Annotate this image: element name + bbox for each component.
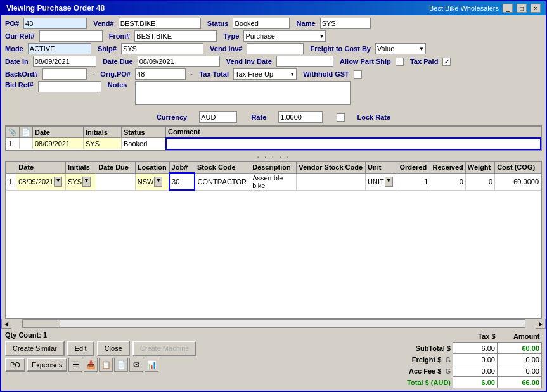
line-initials[interactable]: SYS ▼ xyxy=(65,173,96,190)
currency-row: Currency Rate Lock Rate xyxy=(1,110,546,124)
close-button[interactable]: Close xyxy=(97,341,130,356)
name-field[interactable] xyxy=(320,18,371,29)
status-field[interactable] xyxy=(233,18,290,29)
date-due-field[interactable] xyxy=(138,56,220,67)
bottom-left: Qty Count: 1 Create Similar Edit Close C… xyxy=(5,331,196,372)
line-unit[interactable]: UNIT ▼ xyxy=(366,173,397,190)
line-location[interactable]: NSW ▼ xyxy=(135,173,169,190)
backord-label: BackOrd# xyxy=(5,70,38,78)
scroll-left-button[interactable]: ◀ xyxy=(1,319,11,329)
line-desc[interactable]: Assemble bike xyxy=(250,173,297,190)
line-cost[interactable]: 60.0000 xyxy=(495,173,541,190)
scroll-track[interactable] xyxy=(22,319,525,328)
maximize-button[interactable]: □ xyxy=(517,4,527,13)
vend-inv-date-label: Vend Inv Date xyxy=(226,58,272,65)
tax-col-header: Tax $ xyxy=(453,331,498,343)
line-location-dropdown[interactable]: ▼ xyxy=(154,177,162,187)
expenses-tab[interactable]: Expenses xyxy=(27,358,67,372)
line-received[interactable]: 0 xyxy=(430,173,465,190)
type-dropdown[interactable]: Purchase ▼ xyxy=(243,30,326,42)
paste-icon[interactable]: 📄 xyxy=(114,358,128,372)
chart-icon[interactable]: 📊 xyxy=(145,358,158,372)
line-date-dropdown[interactable]: ▼ xyxy=(54,177,62,187)
horizontal-scrollbar[interactable]: ◀ ▶ xyxy=(1,319,546,329)
backord-field[interactable] xyxy=(42,68,87,80)
line-unit-dropdown[interactable]: ▼ xyxy=(385,177,393,187)
vend-inv-date-field[interactable] xyxy=(276,56,333,67)
line-vendor-stock[interactable] xyxy=(297,173,366,190)
scroll-right-button[interactable]: ▶ xyxy=(536,319,546,329)
rate-field[interactable] xyxy=(278,111,323,123)
status-row-initials[interactable]: SYS xyxy=(84,138,122,149)
title-bar-right: Best Bike Wholesalers _ □ ✕ xyxy=(429,4,541,13)
status-row-comment[interactable] xyxy=(166,138,541,149)
freight-value: Value xyxy=(377,45,394,53)
po-field[interactable] xyxy=(23,18,87,29)
tax-total-value: Tax Free Up xyxy=(235,70,273,78)
total-label: Total $ (AUD) xyxy=(199,377,453,388)
from-field[interactable] xyxy=(134,30,217,42)
status-row-attach xyxy=(20,138,33,149)
vend-field[interactable] xyxy=(119,18,201,29)
line-weight[interactable]: 0 xyxy=(465,173,494,190)
amount-col-header: Amount xyxy=(498,331,542,343)
vend-inv-field[interactable] xyxy=(247,43,304,54)
date-in-field[interactable] xyxy=(33,56,96,67)
line-stock[interactable]: CONTRACTOR xyxy=(195,173,250,190)
lock-rate-checkbox[interactable] xyxy=(337,113,345,122)
our-ref-field[interactable] xyxy=(39,30,103,42)
minimize-button[interactable]: _ xyxy=(503,4,513,13)
status-log-table: 📎 📄 Date Initials Status Comment 1 08/09… xyxy=(6,126,541,150)
rate-label: Rate xyxy=(251,113,266,121)
freight-amount: 0.00 xyxy=(498,354,542,365)
date-in-label: Date In xyxy=(5,58,29,65)
lines-container[interactable]: Date Initials Date Due Location Job# Sto… xyxy=(5,161,542,319)
status-row-date[interactable]: 08/09/2021 xyxy=(33,138,84,149)
resize-handle[interactable]: · · · · · xyxy=(1,152,546,161)
tax-paid-label: Tax Paid xyxy=(410,58,438,65)
close-button[interactable]: ✕ xyxy=(531,4,541,13)
list-icon[interactable]: ☰ xyxy=(68,358,82,372)
bid-ref-field[interactable] xyxy=(38,81,101,92)
date-due-label: Date Due xyxy=(103,58,133,65)
bid-ref-label: Bid Ref# xyxy=(5,81,34,89)
import-icon[interactable]: 📥 xyxy=(84,358,98,372)
line-due[interactable] xyxy=(96,173,136,190)
line-job[interactable]: 30 xyxy=(169,173,195,190)
tax-total-arrow: ▼ xyxy=(290,72,295,77)
scroll-thumb[interactable] xyxy=(22,320,60,327)
orig-po-field[interactable] xyxy=(135,68,186,80)
total-row: Total $ (AUD) 6.00 66.00 xyxy=(199,377,541,388)
tax-total-label: Tax Total xyxy=(199,70,229,78)
line-initials-dropdown[interactable]: ▼ xyxy=(82,177,91,187)
form-area: PO# Vend# Status Name Our Ref# From# xyxy=(1,15,546,110)
create-similar-button[interactable]: Create Similar xyxy=(5,341,65,356)
freight-dropdown[interactable]: Value ▼ xyxy=(375,43,426,54)
po-tab[interactable]: PO xyxy=(5,358,25,372)
withhold-gst-checkbox[interactable] xyxy=(354,70,362,79)
lines-col-initials: Initials xyxy=(65,161,96,173)
lines-col-cost: Cost (COG) xyxy=(495,161,541,173)
ship-field[interactable] xyxy=(121,43,203,54)
notes-field[interactable] xyxy=(135,81,351,105)
status-row-status: Booked xyxy=(122,138,166,149)
status-col-initials: Initials xyxy=(84,127,122,138)
main-window: Viewing Purchase Order 48 Best Bike Whol… xyxy=(0,0,547,392)
create-machine-button[interactable]: Create Machine xyxy=(132,341,197,356)
tax-paid-checkbox[interactable] xyxy=(442,58,451,66)
edit-button[interactable]: Edit xyxy=(67,341,94,356)
status-col-attach: 📎 xyxy=(6,127,20,138)
lines-col-desc: Description xyxy=(250,161,297,173)
mode-field[interactable] xyxy=(28,43,91,54)
summary-table: Tax $ Amount SubTotal $ 6.00 60.00 Freig… xyxy=(199,331,542,389)
bottom-area: Qty Count: 1 Create Similar Edit Close C… xyxy=(1,329,546,391)
tax-total-dropdown[interactable]: Tax Free Up ▼ xyxy=(233,68,297,80)
copy-icon[interactable]: 📋 xyxy=(99,358,113,372)
line-ordered[interactable]: 1 xyxy=(397,173,430,190)
currency-field[interactable] xyxy=(199,111,237,123)
email-icon[interactable]: ✉ xyxy=(129,358,143,372)
line-date[interactable]: 08/09/2021 ▼ xyxy=(16,173,66,190)
subtotal-amount: 60.00 xyxy=(498,343,542,354)
allow-part-ship-checkbox[interactable] xyxy=(396,58,404,66)
status-log-row: 1 08/09/2021 SYS Booked xyxy=(6,138,541,149)
